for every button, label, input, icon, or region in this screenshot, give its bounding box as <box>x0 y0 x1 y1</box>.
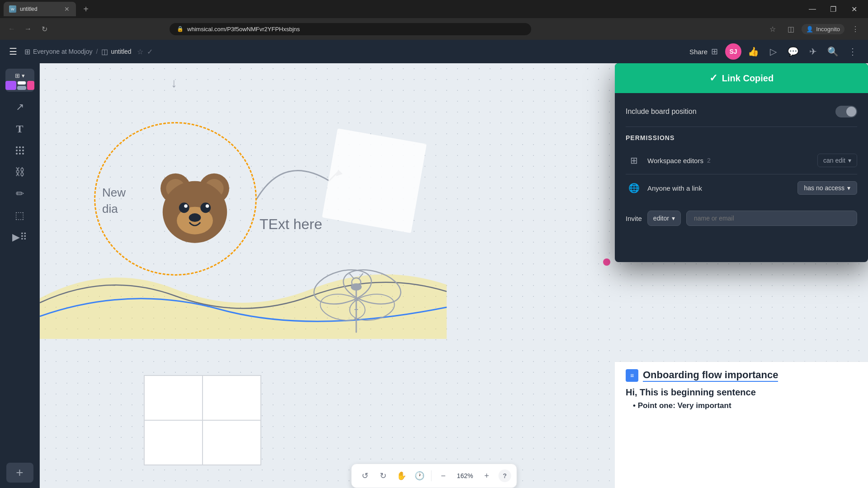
color-swatch-white <box>17 81 26 85</box>
address-text: whimsical.com/P3f5owNMFvr2YFPHxsbjns <box>187 26 300 33</box>
board-position-row: Include board position <box>626 102 857 127</box>
undo-button[interactable]: ↺ <box>357 468 373 484</box>
invite-role-label: editor <box>653 215 669 222</box>
sidebar-tool-link[interactable]: ⛓ <box>6 162 33 182</box>
link-copied-banner[interactable]: ✓ Link Copied <box>615 63 868 93</box>
sidebar-tool-text[interactable]: T <box>6 119 33 139</box>
browser-toolbar: ☆ ◫ 👤 Incognito ⋮ <box>765 22 863 36</box>
svg-point-18 <box>184 204 188 208</box>
tab-favicon: W <box>9 5 16 13</box>
sidebar-tool-media[interactable]: ▶⠿ <box>6 227 33 247</box>
redo-button[interactable]: ↻ <box>375 468 392 484</box>
history-button[interactable]: 🕐 <box>411 468 428 484</box>
permissions-heading: PERMISSIONS <box>626 127 857 147</box>
address-bar: ← → ↻ 🔒 whimsical.com/P3f5owNMFvr2YFPHxs… <box>0 18 868 40</box>
board-position-label: Include board position <box>626 108 697 116</box>
white-shape <box>322 128 427 233</box>
share-label: Share <box>689 48 708 56</box>
tab-close-button[interactable]: ✕ <box>63 5 71 13</box>
sidebar-tool-grid[interactable] <box>6 141 33 160</box>
app-header: ☰ ⊞ Everyone at Moodjoy / ◫ untitled ☆ ✓… <box>0 40 868 63</box>
doc-icon: ≡ <box>626 369 638 382</box>
search-button[interactable]: 🔍 <box>825 43 841 60</box>
hand-button[interactable]: ✋ <box>393 468 410 484</box>
reload-button[interactable]: ↻ <box>38 23 51 35</box>
workspace-editors-row: ⊞ Workspace editors 2 can edit ▾ <box>626 147 857 174</box>
arrow-icon: ↗ <box>16 101 24 113</box>
invite-label: Invite <box>626 215 642 222</box>
new-tab-button[interactable]: + <box>80 4 92 14</box>
share-link-button[interactable]: ✈ <box>805 43 821 60</box>
svg-point-5 <box>22 150 24 151</box>
workspace-permission-btn[interactable]: can edit ▾ <box>817 154 857 167</box>
svg-point-7 <box>19 153 21 155</box>
profile-button[interactable]: 👤 Incognito <box>802 24 844 34</box>
board-type-selector[interactable]: ⊞ ▾ <box>5 69 34 92</box>
anyone-link-permission-label: has no access <box>804 184 845 192</box>
svg-point-4 <box>19 150 21 151</box>
workspace-permission-dropdown[interactable]: can edit ▾ <box>817 154 857 167</box>
close-button[interactable]: ✕ <box>844 0 864 18</box>
check-action[interactable]: ✓ <box>147 47 153 56</box>
sidebar-tool-frame[interactable]: ⬚ <box>6 206 33 225</box>
tool-selector-inner[interactable]: ⊞ ▾ <box>7 70 33 81</box>
zoom-level[interactable]: 162% <box>453 472 477 479</box>
maximize-button[interactable]: ❐ <box>823 0 844 18</box>
back-button[interactable]: ← <box>5 23 18 35</box>
sidebar-tool-add[interactable]: + <box>6 463 33 483</box>
link-icon: ⛓ <box>15 166 25 178</box>
more-options-button[interactable]: ⋮ <box>844 43 861 60</box>
toggle-knob <box>846 107 856 117</box>
more-button[interactable]: ⋮ <box>848 22 863 36</box>
forward-button[interactable]: → <box>22 23 34 35</box>
avatar-button[interactable]: SJ <box>725 43 741 60</box>
workspace-icon: ⊞ <box>626 152 642 169</box>
frame-icon: ⬚ <box>15 210 24 221</box>
anyone-link-row: 🌐 Anyone with a link has no access ▾ <box>626 174 857 202</box>
zoom-out-button[interactable]: − <box>435 468 452 484</box>
minimize-button[interactable]: — <box>802 0 823 18</box>
svg-line-32 <box>359 273 363 279</box>
svg-point-3 <box>16 150 18 151</box>
canvas-arrow-down: ↓ <box>171 76 177 90</box>
zoom-in-button[interactable]: + <box>478 468 495 484</box>
pen-icon: ✏ <box>16 188 24 200</box>
sidebar-toggle-button[interactable]: ◫ <box>783 22 798 36</box>
breadcrumb-workspace[interactable]: ⊞ Everyone at Moodjoy <box>24 47 93 56</box>
address-input[interactable]: 🔒 whimsical.com/P3f5owNMFvr2YFPHxsbjns <box>170 23 531 35</box>
svg-point-2 <box>22 146 24 148</box>
board-position-toggle[interactable] <box>835 106 857 117</box>
share-button[interactable]: Share ⊞ <box>686 44 722 59</box>
sidebar-tool-arrow[interactable]: ↗ <box>6 97 33 117</box>
breadcrumb-actions: ☆ ✓ <box>137 47 153 56</box>
invite-role-button[interactable]: editor ▾ <box>647 211 681 226</box>
lock-icon: 🔒 <box>177 26 184 32</box>
workspace-label: Everyone at Moodjoy <box>33 48 93 55</box>
bookmark-button[interactable]: ☆ <box>765 22 780 36</box>
breadcrumb-separator: / <box>96 48 98 55</box>
like-button[interactable]: 👍 <box>745 43 761 60</box>
breadcrumb-page[interactable]: ◫ untitled <box>101 47 131 56</box>
help-button[interactable]: ? <box>498 469 511 482</box>
window-controls: — ❐ ✕ <box>802 0 864 18</box>
invite-input[interactable] <box>686 211 857 226</box>
tab-bar: W untitled ✕ + — ❐ ✕ <box>0 0 868 18</box>
canvas-text-new: New dia <box>102 184 126 217</box>
anyone-link-label: Anyone with a link <box>647 184 702 192</box>
canvas[interactable]: ↓ <box>40 63 868 488</box>
sidebar-tool-pen[interactable]: ✏ <box>6 184 33 204</box>
anyone-link-btn[interactable]: has no access ▾ <box>797 181 858 195</box>
comment-button[interactable]: 💬 <box>785 43 801 60</box>
anyone-link-dropdown[interactable]: has no access ▾ <box>797 181 858 195</box>
svg-point-17 <box>200 202 211 213</box>
share-panel: ✓ Link Copied Include board position PER… <box>615 63 868 262</box>
canvas-overlap-dot <box>603 258 610 266</box>
svg-point-19 <box>206 204 209 208</box>
present-button[interactable]: ▷ <box>765 43 781 60</box>
star-action[interactable]: ☆ <box>137 47 143 56</box>
grid-cell <box>203 420 261 465</box>
active-tab[interactable]: W untitled ✕ <box>4 2 76 16</box>
globe-icon: 🌐 <box>626 180 642 196</box>
tab-title: untitled <box>20 6 60 12</box>
menu-icon[interactable]: ☰ <box>7 44 19 59</box>
